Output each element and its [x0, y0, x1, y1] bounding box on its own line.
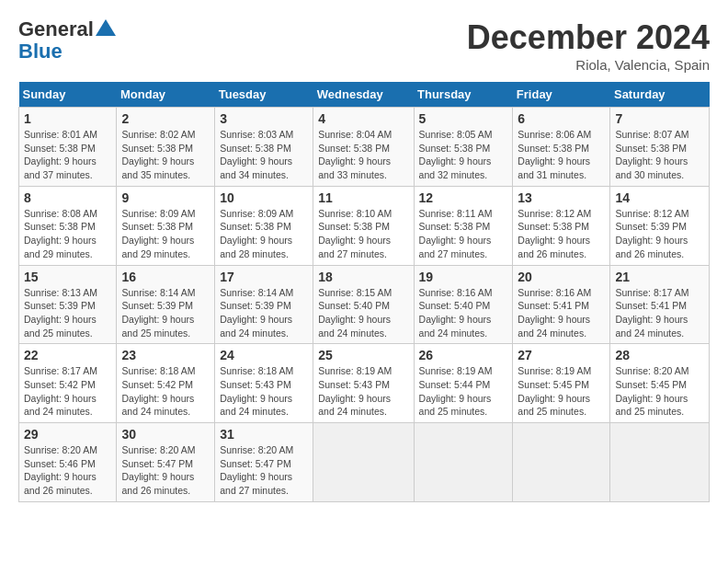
day-info: Sunrise: 8:10 AM Sunset: 5:38 PM Dayligh…	[318, 207, 408, 261]
calendar-cell: 2Sunrise: 8:02 AM Sunset: 5:38 PM Daylig…	[117, 108, 215, 187]
logo-text-blue: Blue	[18, 40, 63, 63]
calendar-cell: 7Sunrise: 8:07 AM Sunset: 5:38 PM Daylig…	[610, 108, 710, 187]
calendar-cell	[513, 423, 610, 502]
calendar-cell: 23Sunrise: 8:18 AM Sunset: 5:42 PM Dayli…	[117, 344, 215, 423]
day-number: 15	[24, 270, 111, 284]
day-info: Sunrise: 8:08 AM Sunset: 5:38 PM Dayligh…	[24, 207, 111, 261]
day-info: Sunrise: 8:14 AM Sunset: 5:39 PM Dayligh…	[121, 286, 210, 340]
calendar-cell: 13Sunrise: 8:12 AM Sunset: 5:38 PM Dayli…	[513, 186, 610, 265]
calendar-cell: 24Sunrise: 8:18 AM Sunset: 5:43 PM Dayli…	[215, 344, 313, 423]
calendar-cell: 12Sunrise: 8:11 AM Sunset: 5:38 PM Dayli…	[414, 186, 513, 265]
day-number: 23	[121, 348, 210, 362]
calendar-cell: 27Sunrise: 8:19 AM Sunset: 5:45 PM Dayli…	[513, 344, 610, 423]
calendar-cell: 6Sunrise: 8:06 AM Sunset: 5:38 PM Daylig…	[513, 108, 610, 187]
header-thursday: Thursday	[414, 82, 513, 108]
day-number: 13	[518, 190, 605, 205]
calendar-cell: 15Sunrise: 8:13 AM Sunset: 5:39 PM Dayli…	[19, 265, 117, 344]
day-info: Sunrise: 8:18 AM Sunset: 5:43 PM Dayligh…	[220, 364, 308, 419]
day-info: Sunrise: 8:16 AM Sunset: 5:40 PM Dayligh…	[419, 286, 508, 340]
calendar-cell: 11Sunrise: 8:10 AM Sunset: 5:38 PM Dayli…	[313, 186, 414, 265]
day-info: Sunrise: 8:09 AM Sunset: 5:38 PM Dayligh…	[220, 207, 308, 261]
day-number: 18	[318, 270, 408, 284]
day-info: Sunrise: 8:20 AM Sunset: 5:46 PM Dayligh…	[24, 443, 111, 498]
calendar-cell: 30Sunrise: 8:20 AM Sunset: 5:47 PM Dayli…	[117, 423, 215, 502]
calendar-cell: 4Sunrise: 8:04 AM Sunset: 5:38 PM Daylig…	[313, 108, 414, 187]
logo-text-general: General	[18, 18, 94, 40]
day-info: Sunrise: 8:05 AM Sunset: 5:38 PM Dayligh…	[419, 128, 508, 182]
day-number: 1	[24, 111, 111, 126]
day-info: Sunrise: 8:17 AM Sunset: 5:41 PM Dayligh…	[615, 286, 704, 340]
day-number: 7	[615, 111, 704, 126]
calendar-cell: 16Sunrise: 8:14 AM Sunset: 5:39 PM Dayli…	[117, 265, 215, 344]
day-number: 4	[318, 111, 408, 126]
calendar-week-0: 1Sunrise: 8:01 AM Sunset: 5:38 PM Daylig…	[19, 108, 710, 187]
day-info: Sunrise: 8:18 AM Sunset: 5:42 PM Dayligh…	[121, 364, 210, 419]
day-number: 27	[518, 348, 605, 362]
calendar-cell: 10Sunrise: 8:09 AM Sunset: 5:38 PM Dayli…	[215, 186, 313, 265]
location: Riola, Valencia, Spain	[467, 57, 710, 73]
month-title: December 2024	[467, 18, 710, 57]
day-number: 20	[518, 270, 605, 284]
day-info: Sunrise: 8:17 AM Sunset: 5:42 PM Dayligh…	[24, 364, 111, 419]
calendar-cell	[414, 423, 513, 502]
logo-icon	[96, 19, 116, 36]
day-number: 25	[318, 348, 408, 362]
logo: General Blue	[18, 18, 116, 63]
calendar-cell: 17Sunrise: 8:14 AM Sunset: 5:39 PM Dayli…	[215, 265, 313, 344]
day-info: Sunrise: 8:07 AM Sunset: 5:38 PM Dayligh…	[615, 128, 704, 182]
day-number: 31	[220, 427, 308, 442]
day-info: Sunrise: 8:20 AM Sunset: 5:47 PM Dayligh…	[220, 443, 308, 498]
day-number: 3	[220, 111, 308, 126]
day-info: Sunrise: 8:20 AM Sunset: 5:45 PM Dayligh…	[615, 364, 704, 419]
day-number: 8	[24, 190, 111, 205]
day-info: Sunrise: 8:19 AM Sunset: 5:45 PM Dayligh…	[518, 364, 605, 419]
day-info: Sunrise: 8:04 AM Sunset: 5:38 PM Dayligh…	[318, 128, 408, 182]
day-number: 5	[419, 111, 508, 126]
calendar-cell: 18Sunrise: 8:15 AM Sunset: 5:40 PM Dayli…	[313, 265, 414, 344]
calendar-cell: 1Sunrise: 8:01 AM Sunset: 5:38 PM Daylig…	[19, 108, 117, 187]
day-info: Sunrise: 8:15 AM Sunset: 5:40 PM Dayligh…	[318, 286, 408, 340]
day-info: Sunrise: 8:06 AM Sunset: 5:38 PM Dayligh…	[518, 128, 605, 182]
day-info: Sunrise: 8:19 AM Sunset: 5:44 PM Dayligh…	[419, 364, 508, 419]
day-info: Sunrise: 8:02 AM Sunset: 5:38 PM Dayligh…	[121, 128, 210, 182]
day-info: Sunrise: 8:12 AM Sunset: 5:39 PM Dayligh…	[615, 207, 704, 261]
day-number: 9	[121, 190, 210, 205]
day-number: 11	[318, 190, 408, 205]
day-number: 30	[121, 427, 210, 442]
day-info: Sunrise: 8:16 AM Sunset: 5:41 PM Dayligh…	[518, 286, 605, 340]
calendar-cell: 20Sunrise: 8:16 AM Sunset: 5:41 PM Dayli…	[513, 265, 610, 344]
day-info: Sunrise: 8:03 AM Sunset: 5:38 PM Dayligh…	[220, 128, 308, 182]
calendar-cell	[610, 423, 710, 502]
header-wednesday: Wednesday	[313, 82, 414, 108]
day-number: 26	[419, 348, 508, 362]
header-friday: Friday	[513, 82, 610, 108]
day-info: Sunrise: 8:20 AM Sunset: 5:47 PM Dayligh…	[121, 443, 210, 498]
calendar-cell: 9Sunrise: 8:09 AM Sunset: 5:38 PM Daylig…	[117, 186, 215, 265]
calendar-cell: 31Sunrise: 8:20 AM Sunset: 5:47 PM Dayli…	[215, 423, 313, 502]
calendar-cell: 26Sunrise: 8:19 AM Sunset: 5:44 PM Dayli…	[414, 344, 513, 423]
day-number: 29	[24, 427, 111, 442]
header-tuesday: Tuesday	[215, 82, 313, 108]
day-number: 24	[220, 348, 308, 362]
day-number: 16	[121, 270, 210, 284]
calendar-cell: 5Sunrise: 8:05 AM Sunset: 5:38 PM Daylig…	[414, 108, 513, 187]
day-number: 2	[121, 111, 210, 126]
day-number: 19	[419, 270, 508, 284]
calendar-cell: 25Sunrise: 8:19 AM Sunset: 5:43 PM Dayli…	[313, 344, 414, 423]
calendar-cell: 8Sunrise: 8:08 AM Sunset: 5:38 PM Daylig…	[19, 186, 117, 265]
day-number: 14	[615, 190, 704, 205]
calendar-cell: 28Sunrise: 8:20 AM Sunset: 5:45 PM Dayli…	[610, 344, 710, 423]
calendar-cell: 3Sunrise: 8:03 AM Sunset: 5:38 PM Daylig…	[215, 108, 313, 187]
calendar-cell: 29Sunrise: 8:20 AM Sunset: 5:46 PM Dayli…	[19, 423, 117, 502]
day-number: 10	[220, 190, 308, 205]
calendar-week-1: 8Sunrise: 8:08 AM Sunset: 5:38 PM Daylig…	[19, 186, 710, 265]
day-number: 22	[24, 348, 111, 362]
day-info: Sunrise: 8:19 AM Sunset: 5:43 PM Dayligh…	[318, 364, 408, 419]
calendar-cell: 19Sunrise: 8:16 AM Sunset: 5:40 PM Dayli…	[414, 265, 513, 344]
day-number: 17	[220, 270, 308, 284]
day-info: Sunrise: 8:14 AM Sunset: 5:39 PM Dayligh…	[220, 286, 308, 340]
day-info: Sunrise: 8:13 AM Sunset: 5:39 PM Dayligh…	[24, 286, 111, 340]
day-info: Sunrise: 8:09 AM Sunset: 5:38 PM Dayligh…	[121, 207, 210, 261]
calendar-cell: 14Sunrise: 8:12 AM Sunset: 5:39 PM Dayli…	[610, 186, 710, 265]
calendar-cell: 21Sunrise: 8:17 AM Sunset: 5:41 PM Dayli…	[610, 265, 710, 344]
